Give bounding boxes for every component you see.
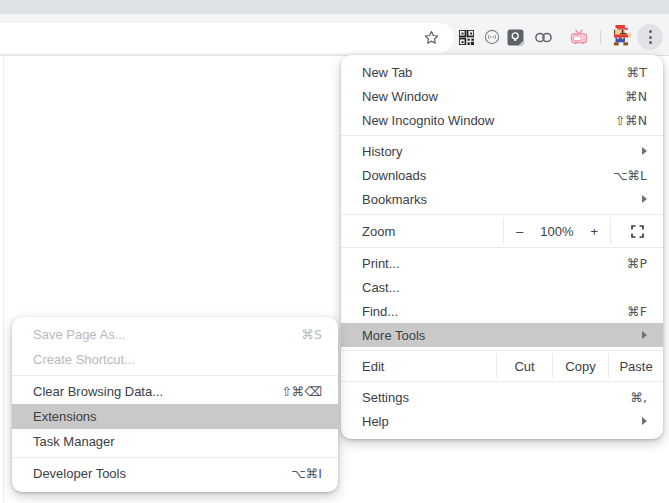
tab-strip <box>0 0 669 14</box>
menu-item-label: History <box>362 144 402 159</box>
menu-item-downloads[interactable]: Downloads ⌥⌘L <box>341 163 663 187</box>
menu-item-label: Cast... <box>362 280 400 295</box>
menu-item-label: Downloads <box>362 168 426 183</box>
menu-item-shortcut: ⌘, <box>631 390 647 405</box>
copy-button[interactable]: Copy <box>553 354 608 378</box>
menu-item-more-tools[interactable]: More Tools <box>341 323 663 347</box>
menu-item-label: New Window <box>362 89 438 104</box>
three-dots-icon <box>649 30 652 44</box>
menu-item-label: Bookmarks <box>362 192 427 207</box>
menu-item-print[interactable]: Print... ⌘P <box>341 251 663 275</box>
menu-separator <box>341 350 663 351</box>
menu-item-label: Find... <box>362 304 398 319</box>
menu-item-label: Help <box>362 414 389 429</box>
menu-separator <box>12 375 338 376</box>
submenu-item-shortcut: ⇧⌘⌫ <box>281 384 322 399</box>
browser-menu-button[interactable] <box>637 24 663 50</box>
qr-extension-icon[interactable] <box>456 27 476 47</box>
submenu-arrow-icon <box>642 417 647 425</box>
submenu-item-task-manager[interactable]: Task Manager <box>12 429 338 454</box>
menu-separator <box>341 247 663 248</box>
browser-menu: New Tab ⌘T New Window ⌘N New Incognito W… <box>341 55 663 439</box>
edit-label-cell: Edit <box>341 354 496 378</box>
submenu-item-shortcut: ⌘S <box>302 327 322 342</box>
toolbar-separator <box>600 30 601 44</box>
lightbulb-extension-icon[interactable] <box>505 27 525 47</box>
submenu-item-create-shortcut: Create Shortcut... <box>12 347 338 372</box>
submenu-arrow-icon <box>642 147 647 155</box>
menu-zoom-row: Zoom – 100% + <box>341 218 663 244</box>
menu-separator <box>341 381 663 382</box>
submenu-item-label: Extensions <box>33 409 97 424</box>
fullscreen-button[interactable] <box>611 218 663 244</box>
menu-item-shortcut: ⇧⌘N <box>615 113 647 128</box>
submenu-item-developer-tools[interactable]: Developer Tools ⌥⌘I <box>12 461 338 486</box>
menu-separator <box>12 457 338 458</box>
menu-item-new-window[interactable]: New Window ⌘N <box>341 84 663 108</box>
paste-button[interactable]: Paste <box>609 354 663 378</box>
menu-item-settings[interactable]: Settings ⌘, <box>341 385 663 409</box>
submenu-item-clear-browsing-data[interactable]: Clear Browsing Data... ⇧⌘⌫ <box>12 379 338 404</box>
more-tools-submenu: Save Page As... ⌘S Create Shortcut... Cl… <box>12 317 338 492</box>
menu-item-new-tab[interactable]: New Tab ⌘T <box>341 60 663 84</box>
bookmark-star-icon[interactable] <box>421 27 441 47</box>
menu-item-label: New Incognito Window <box>362 113 494 128</box>
menu-item-label: Print... <box>362 256 400 271</box>
menu-item-shortcut: ⌘T <box>627 65 647 80</box>
link-rings-extension-icon[interactable] <box>533 27 553 47</box>
fullscreen-icon <box>631 225 644 238</box>
menu-item-label: Settings <box>362 390 409 405</box>
page-edge-line <box>3 56 4 503</box>
cut-label: Cut <box>514 359 534 374</box>
menu-item-label: New Tab <box>362 65 412 80</box>
paste-label: Paste <box>619 359 652 374</box>
menu-edit-row: Edit Cut Copy Paste <box>341 354 663 378</box>
menu-separator <box>341 135 663 136</box>
submenu-item-save-page-as: Save Page As... ⌘S <box>12 322 338 347</box>
menu-item-shortcut: ⌘F <box>627 304 647 319</box>
zoom-level-value: 100% <box>523 224 590 239</box>
menu-item-find[interactable]: Find... ⌘F <box>341 299 663 323</box>
copy-label: Copy <box>565 359 595 374</box>
submenu-item-label: Developer Tools <box>33 466 126 481</box>
pink-tv-extension-icon[interactable] <box>569 27 589 47</box>
edit-label: Edit <box>362 359 384 374</box>
zoom-out-button[interactable]: – <box>504 224 523 239</box>
submenu-arrow-icon <box>642 195 647 203</box>
cut-button[interactable]: Cut <box>497 354 552 378</box>
menu-item-shortcut: ⌘N <box>625 89 647 104</box>
menu-item-label: More Tools <box>362 328 425 343</box>
submenu-item-label: Save Page As... <box>33 327 126 342</box>
menu-item-shortcut: ⌘P <box>627 256 647 271</box>
submenu-item-label: Clear Browsing Data... <box>33 384 163 399</box>
submenu-arrow-icon <box>642 331 647 339</box>
menu-item-bookmarks[interactable]: Bookmarks <box>341 187 663 211</box>
menu-item-help[interactable]: Help <box>341 409 663 433</box>
menu-item-new-incognito-window[interactable]: New Incognito Window ⇧⌘N <box>341 108 663 132</box>
zoom-in-button[interactable]: + <box>590 224 610 239</box>
menu-separator <box>341 214 663 215</box>
browser-window: New Tab ⌘T New Window ⌘N New Incognito W… <box>0 0 669 503</box>
submenu-item-label: Task Manager <box>33 434 115 449</box>
zoom-label-cell: Zoom <box>341 218 503 244</box>
menu-item-shortcut: ⌥⌘L <box>613 168 647 183</box>
menu-item-cast[interactable]: Cast... <box>341 275 663 299</box>
submenu-item-label: Create Shortcut... <box>33 352 135 367</box>
profile-avatar-mario[interactable] <box>610 25 632 47</box>
zoom-controls: – 100% + <box>504 218 610 244</box>
submenu-item-extensions[interactable]: Extensions <box>12 404 338 429</box>
submenu-item-shortcut: ⌥⌘I <box>291 466 322 481</box>
zoom-label: Zoom <box>362 224 395 239</box>
address-bar[interactable] <box>0 23 454 53</box>
menu-item-history[interactable]: History <box>341 139 663 163</box>
circle-face-extension-icon[interactable] <box>482 27 502 47</box>
